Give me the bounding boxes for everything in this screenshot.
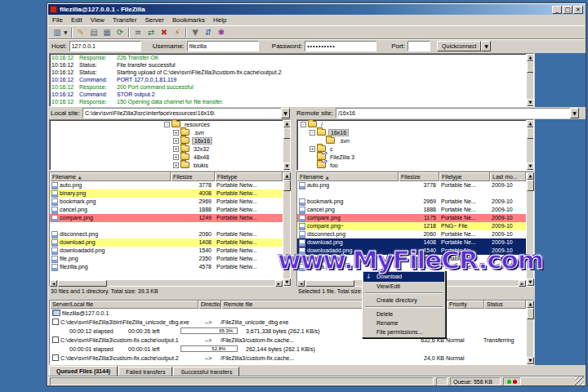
column-header-filesize[interactable]: Filesize: [171, 172, 215, 181]
file-row[interactable]: compare.png1249Portable Netw...: [50, 214, 283, 222]
scroll-up-icon[interactable]: ▲: [527, 54, 534, 61]
vertical-scrollbar[interactable]: ▲▼: [526, 301, 533, 364]
queue-column-priority[interactable]: Priority: [447, 301, 484, 309]
context-menu-item-view-edit[interactable]: View/Edit: [363, 282, 444, 291]
context-menu-item-delete[interactable]: Delete: [363, 310, 444, 318]
file-row[interactable]: compare.png~1218PNG~ File2009-10: [297, 222, 526, 230]
remote-site-dropdown-icon[interactable]: ▼: [570, 108, 579, 118]
context-menu-item-create-directory[interactable]: Create directory: [363, 296, 444, 305]
tree-expand-box[interactable]: +: [173, 138, 179, 144]
scroll-down-icon[interactable]: ▼: [283, 278, 291, 286]
menu-item-edit[interactable]: Edit: [67, 16, 87, 24]
scrollbar-thumb[interactable]: [527, 127, 534, 139]
host-input[interactable]: 127.0.0.1: [69, 41, 141, 51]
queue-column-direction[interactable]: Direction: [198, 301, 221, 309]
tree-item[interactable]: .svn: [297, 136, 533, 145]
local-site-dropdown-icon[interactable]: ▼: [281, 108, 290, 118]
scroll-down-icon[interactable]: ▼: [527, 163, 534, 170]
username-input[interactable]: filezilla: [187, 41, 259, 51]
column-header-filename[interactable]: Filename▲: [50, 172, 171, 181]
tree-item[interactable]: -16x16: [297, 128, 533, 136]
filter-icon[interactable]: ▼: [189, 27, 202, 38]
menu-item-bookmarks[interactable]: Bookmarks: [168, 16, 209, 24]
title-bar[interactable]: filezilla@127.0.0.1 - FileZilla _ □ ✕: [48, 4, 585, 15]
toggle-treeview-icon[interactable]: ▦: [100, 27, 114, 38]
file-row[interactable]: auto.png3778Portable Ne...2009-10: [297, 181, 526, 189]
queue-file-row[interactable]: C:\dev\svn\FileZilla3\custom-fix.cache\o…: [50, 336, 526, 345]
refresh-icon[interactable]: ⟳: [114, 27, 127, 38]
file-row[interactable]: auto.png3778Portable Netw...: [50, 181, 283, 189]
tree-expand-box[interactable]: -: [164, 122, 170, 127]
scroll-up-icon[interactable]: ▲: [527, 120, 534, 127]
scrollbar-thumb[interactable]: [283, 180, 291, 191]
abort-icon[interactable]: ✖: [158, 27, 171, 38]
column-header-filetype[interactable]: Filetype: [439, 172, 490, 181]
menu-item-view[interactable]: View: [87, 16, 109, 24]
compare-icon[interactable]: ⇵: [202, 27, 215, 38]
menu-item-transfer[interactable]: Transfer: [109, 16, 141, 24]
scroll-down-icon[interactable]: ▼: [283, 163, 291, 170]
scrollbar-thumb[interactable]: [527, 61, 534, 73]
file-row[interactable]: disconnect.png2060Portable Netw...: [50, 230, 283, 238]
queue-progress-row[interactable]: 00:00:12 elapsed00:00:26 left65.3%3,671,…: [50, 327, 526, 336]
scrollbar-thumb[interactable]: [283, 127, 291, 139]
scroll-up-icon[interactable]: ▲: [527, 172, 534, 180]
file-row[interactable]: cancel.png1888Portable Ne...2009-10: [297, 206, 526, 214]
queue-file-row[interactable]: C:\dev\svn\FileZilla3\bin\FileZilla_unic…: [50, 318, 526, 327]
scroll-left-icon[interactable]: ◄: [297, 280, 305, 287]
toolbar-dropdown-icon[interactable]: ▼: [64, 29, 69, 35]
tree-item[interactable]: -/: [297, 120, 533, 128]
scrollbar-thumb[interactable]: [305, 280, 354, 287]
menu-item-server[interactable]: Server: [140, 16, 168, 24]
password-input[interactable]: ••••••••••: [305, 41, 376, 51]
context-menu-item-rename[interactable]: Rename: [363, 318, 444, 327]
column-header-filesize[interactable]: Filesize: [399, 172, 439, 181]
process-queue-icon[interactable]: ⇄: [145, 27, 158, 38]
file-row[interactable]: file.png2350Portable Netw...: [50, 255, 283, 263]
tree-item[interactable]: +c: [297, 145, 533, 153]
tree-item[interactable]: +blukis: [50, 161, 290, 169]
scroll-down-icon[interactable]: ▼: [527, 357, 534, 364]
tree-expand-box[interactable]: -: [301, 122, 306, 127]
local-site-combo[interactable]: C:\dev\svn\FileZilla3\src\interface\reso…: [82, 108, 290, 118]
queue-file-row[interactable]: C:\dev\svn\FileZilla3\custom-fix.cache\o…: [50, 354, 526, 363]
tree-item[interactable]: ?FileZilla 3: [297, 153, 533, 161]
scroll-right-icon[interactable]: ►: [275, 280, 283, 287]
queue-checkbox[interactable]: [52, 318, 59, 325]
scroll-down-icon[interactable]: ▼: [527, 278, 534, 286]
minimize-button[interactable]: _: [552, 6, 562, 14]
menu-item-file[interactable]: File: [48, 16, 67, 24]
file-row[interactable]: compare.png1175Portable Ne...2009-10: [297, 214, 526, 222]
settings-icon[interactable]: ✱: [215, 27, 228, 38]
remote-site-combo[interactable]: /16x16 ▼: [336, 108, 579, 118]
vertical-scrollbar[interactable]: ▲▼: [526, 120, 533, 170]
quickconnect-dropdown-icon[interactable]: ▼: [481, 41, 491, 51]
tree-expand-box[interactable]: +: [173, 154, 179, 160]
local-site-path[interactable]: C:\dev\svn\FileZilla3\src\interface\reso…: [82, 108, 281, 118]
blank-row[interactable]: [50, 222, 283, 230]
tree-expand-box[interactable]: +: [310, 146, 315, 152]
maximize-button[interactable]: □: [563, 6, 572, 14]
queue-checkbox[interactable]: [52, 336, 59, 343]
scroll-left-icon[interactable]: ◄: [50, 280, 57, 287]
remote-site-path[interactable]: /16x16: [336, 108, 570, 118]
context-menu-item-file-permissions-[interactable]: File permissions...: [363, 327, 444, 336]
tree-item[interactable]: ?foo: [297, 161, 533, 169]
disconnect-icon[interactable]: ⚡: [171, 27, 184, 38]
close-button[interactable]: ✕: [573, 6, 583, 14]
scroll-down-icon[interactable]: ▼: [527, 99, 534, 106]
tree-expand-box[interactable]: +: [173, 163, 179, 168]
site-manager-icon[interactable]: ▥: [51, 27, 64, 38]
scroll-up-icon[interactable]: ▲: [283, 120, 291, 127]
vertical-scrollbar[interactable]: ▲▼: [526, 54, 533, 106]
resize-grip[interactable]: [575, 376, 584, 385]
tree-expand-box[interactable]: -: [310, 130, 315, 136]
scrollbar-thumb[interactable]: [58, 280, 107, 287]
queue-progress-row[interactable]: 00:00:01 elapsed00:00:01 left52.8%262,14…: [50, 345, 526, 354]
toggle-queue-icon[interactable]: ≡: [131, 27, 145, 38]
file-row[interactable]: bookmark.png2969Portable Ne...2009-10: [297, 198, 526, 206]
queue-column-status[interactable]: Status: [484, 301, 526, 309]
scroll-right-icon[interactable]: ►: [519, 280, 526, 287]
menu-item-help[interactable]: Help: [209, 16, 230, 24]
blank-row[interactable]: [297, 189, 526, 198]
